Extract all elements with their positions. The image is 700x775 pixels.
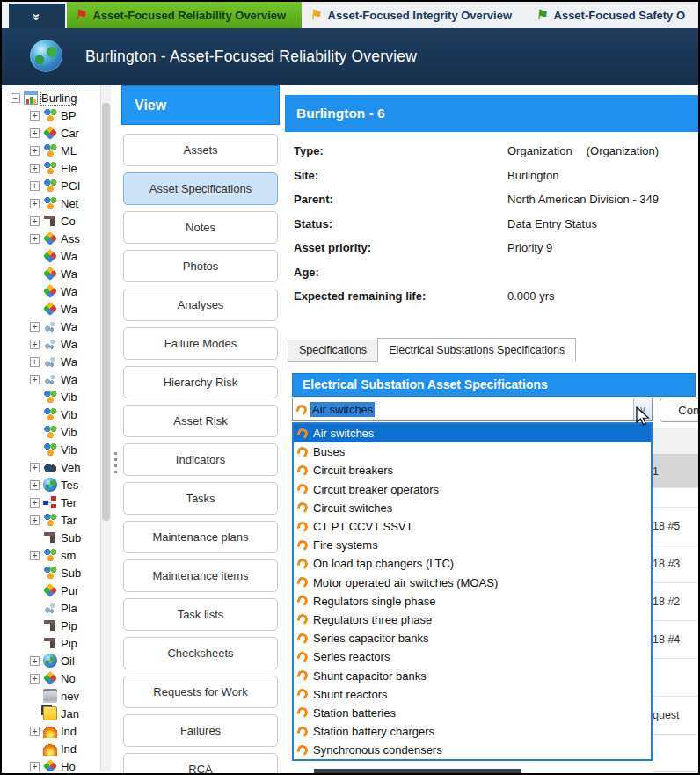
tree-item[interactable]: + Ho: [30, 757, 100, 771]
view-nav-button[interactable]: Task lists: [123, 598, 278, 631]
table-row[interactable]: 1: [651, 455, 700, 488]
tree-item[interactable]: Jan: [30, 705, 100, 722]
tree-item[interactable]: Wa: [30, 265, 100, 282]
tree-item[interactable]: + No: [30, 669, 100, 687]
dropdown-item[interactable]: Regulators single phase: [294, 592, 651, 610]
tree-item[interactable]: Pur: [30, 581, 100, 599]
tree-expander-icon[interactable]: +: [30, 322, 40, 332]
view-nav-button[interactable]: Failure Modes: [123, 327, 278, 360]
spec-tab[interactable]: Specifications: [288, 340, 378, 362]
tree-item[interactable]: Wa: [30, 300, 100, 318]
tree-expander-icon[interactable]: +: [30, 375, 40, 384]
tree-expander-icon[interactable]: [30, 533, 40, 543]
dropdown-item[interactable]: Shunt reactors: [294, 685, 651, 704]
tree-item[interactable]: Wa: [30, 247, 100, 265]
tree-expander-icon[interactable]: +: [30, 146, 40, 156]
tree-item[interactable]: Vib: [30, 441, 100, 458]
tree-item[interactable]: + Ele: [30, 159, 100, 177]
tree-expander-icon[interactable]: +: [30, 199, 40, 208]
view-nav-button[interactable]: Assets: [123, 134, 278, 166]
tree-expander-icon[interactable]: [30, 428, 40, 437]
table-row[interactable]: 18 #4: [651, 621, 700, 659]
tree-item[interactable]: + Co: [30, 212, 100, 230]
collapse-panel-button[interactable]: »: [9, 4, 65, 28]
dropdown-item[interactable]: Buses: [294, 442, 651, 461]
tree-item[interactable]: + Ind: [30, 722, 100, 740]
dropdown-item[interactable]: Synchronous condensers: [294, 741, 651, 759]
tree-expander-icon[interactable]: [30, 603, 40, 613]
dropdown-item[interactable]: On load tap changers (LTC): [294, 554, 651, 573]
dropdown-item[interactable]: Station batteries: [294, 704, 651, 722]
tree-item[interactable]: + Wa: [30, 353, 100, 370]
tree-item[interactable]: Vib: [30, 388, 100, 406]
tree-expander-icon[interactable]: [30, 252, 40, 261]
dropdown-item[interactable]: Circuit breakers: [294, 461, 651, 479]
view-nav-button[interactable]: Asset Specifications: [123, 172, 278, 205]
tree-expander-icon[interactable]: [30, 639, 40, 648]
tree-expander-icon[interactable]: +: [30, 656, 40, 666]
tree-expander-icon[interactable]: [30, 568, 40, 578]
tree-item[interactable]: + Ass: [30, 230, 100, 247]
dropdown-item[interactable]: CT PT CCVT SSVT: [294, 517, 651, 536]
overview-tab[interactable]: ⚑ Asset-Focused Integrity Overview: [302, 2, 528, 28]
tree-item[interactable]: + Veh: [30, 458, 100, 476]
tree-expander-icon[interactable]: [30, 392, 40, 402]
tree-item[interactable]: + Oil: [30, 652, 100, 669]
view-nav-button[interactable]: Notes: [123, 211, 278, 244]
tree-scrollbar-thumb[interactable]: [102, 103, 110, 521]
tree-item[interactable]: + Car: [30, 124, 100, 142]
tree-item[interactable]: + Tes: [30, 476, 100, 494]
tree-expander-icon[interactable]: +: [30, 727, 40, 736]
tree-expander-icon[interactable]: [30, 621, 40, 631]
tree-item[interactable]: + Wa: [30, 370, 100, 388]
tree-expander-icon[interactable]: [30, 304, 40, 314]
table-row[interactable]: 18 #3: [651, 545, 700, 583]
view-nav-button[interactable]: Photos: [123, 250, 278, 282]
tree-expander-icon[interactable]: [30, 269, 40, 279]
dropdown-item[interactable]: Regulators three phase: [294, 610, 651, 629]
tree-expander-icon[interactable]: +: [30, 181, 40, 191]
tree-item[interactable]: Sub: [30, 529, 100, 546]
view-nav-button[interactable]: Failures: [123, 714, 278, 747]
tree-expander-icon[interactable]: +: [30, 357, 40, 367]
dropdown-item[interactable]: Air switches: [294, 424, 651, 442]
configure-button[interactable]: Cont: [660, 398, 700, 422]
tree-expander-icon[interactable]: +: [30, 515, 40, 525]
tree-expander-icon[interactable]: [30, 586, 40, 596]
tree-item[interactable]: Pla: [30, 599, 100, 617]
tree-expander-icon[interactable]: [30, 287, 40, 296]
dropdown-item[interactable]: Station battery chargers: [294, 722, 651, 741]
tree-item[interactable]: nev: [30, 687, 100, 705]
tree-expander-icon[interactable]: [30, 709, 40, 719]
tree-expander-icon[interactable]: +: [30, 216, 40, 226]
view-nav-button[interactable]: Requests for Work: [123, 676, 278, 708]
spec-type-combobox[interactable]: Air switches ∨: [292, 398, 653, 421]
tree-expander-icon[interactable]: +: [30, 340, 40, 349]
tree-item[interactable]: + Tar: [30, 511, 100, 529]
view-nav-button[interactable]: Tasks: [123, 482, 278, 515]
tree-item[interactable]: Pip: [30, 634, 100, 652]
tree-item[interactable]: Pip: [30, 617, 100, 634]
dropdown-item[interactable]: Circuit switches: [294, 499, 651, 517]
tree-expander-icon[interactable]: +: [30, 674, 40, 684]
tree-expander-icon[interactable]: +: [30, 128, 40, 138]
tree-expander-icon[interactable]: [30, 691, 40, 701]
view-nav-button[interactable]: Maintenance plans: [123, 521, 278, 553]
tree-expander-icon[interactable]: +: [30, 234, 40, 244]
table-row[interactable]: 18 #2: [651, 583, 700, 621]
tree-expander-icon[interactable]: +: [30, 551, 40, 560]
horizontal-scrollbar-fragment[interactable]: [314, 769, 521, 773]
overview-tab[interactable]: ⚑ Asset-Focused Reliability Overview: [67, 2, 302, 28]
view-nav-button[interactable]: Analyses: [123, 289, 278, 321]
view-nav-button[interactable]: Hierarchy Risk: [123, 366, 278, 398]
splitter-grip[interactable]: [114, 452, 117, 473]
view-nav-button[interactable]: RCA: [123, 753, 278, 775]
dropdown-item[interactable]: Shunt capacitor banks: [294, 666, 651, 684]
dropdown-item[interactable]: Fire systems: [294, 536, 651, 554]
table-row[interactable]: [651, 659, 700, 697]
tree-item[interactable]: + BP: [30, 106, 100, 124]
overview-tab[interactable]: ⚑ Asset-Focused Safety O: [528, 2, 700, 28]
tree-item[interactable]: + Wa: [30, 318, 100, 335]
table-row[interactable]: [651, 428, 700, 455]
tree-expander-icon[interactable]: [30, 744, 40, 754]
